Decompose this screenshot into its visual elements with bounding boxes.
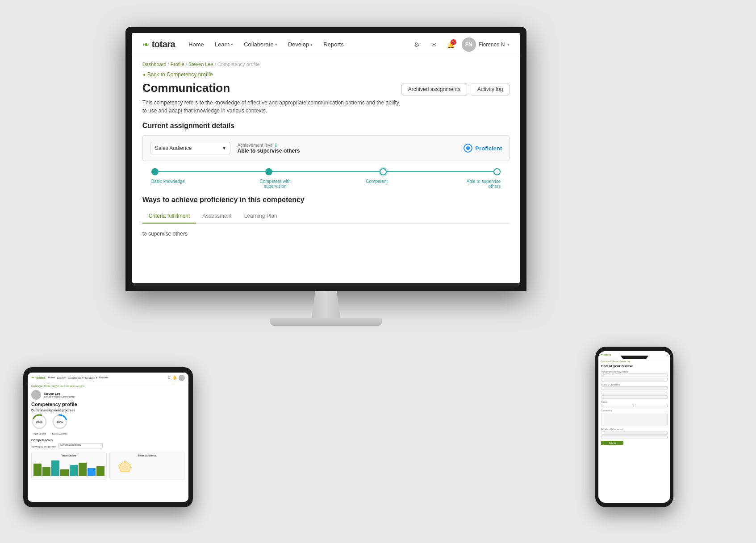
phone-page-title: End of year review bbox=[601, 364, 668, 368]
phone-input-2[interactable] bbox=[601, 378, 668, 381]
user-menu[interactable]: FN Florence N ▾ bbox=[462, 37, 510, 52]
bar-8 bbox=[96, 466, 104, 476]
tablet-content: Steven Lee Senior Project Coordinator Co… bbox=[28, 389, 188, 484]
tablet-viewing-select[interactable]: Current assignments bbox=[58, 443, 103, 448]
phone-input-rating-2[interactable] bbox=[635, 404, 668, 407]
tablet-nav-home[interactable]: Home bbox=[48, 376, 55, 379]
tablet-nav-collaborate[interactable]: Collaborate ▾ bbox=[67, 376, 83, 379]
phone-input-3[interactable] bbox=[601, 386, 668, 390]
svg-text:40%: 40% bbox=[57, 420, 63, 423]
tablet-settings-icon[interactable]: ⚙ bbox=[167, 376, 171, 380]
tablet-bezel: ❧ totara Home Learn ▾ Collaborate ▾ Deve… bbox=[23, 367, 193, 507]
tab-criteria[interactable]: Criteria fulfillment bbox=[142, 209, 196, 224]
bar-4 bbox=[60, 469, 68, 476]
track-labels: Basic knowledge Competent with supervisi… bbox=[151, 179, 501, 189]
tablet-nav-items: Home Learn ▾ Collaborate ▾ Develop ▾ Rep… bbox=[48, 376, 108, 379]
bar-7 bbox=[88, 468, 96, 476]
avatar: FN bbox=[462, 37, 476, 52]
activity-log-button[interactable]: Activity log bbox=[471, 83, 510, 95]
bar-2 bbox=[42, 467, 50, 476]
tablet: ❧ totara Home Learn ▾ Collaborate ▾ Deve… bbox=[23, 367, 193, 507]
phone-submit-label: Submit bbox=[609, 442, 616, 444]
tablet-nav-develop[interactable]: Develop ▾ bbox=[85, 376, 97, 379]
tab-assessment[interactable]: Assessment bbox=[196, 209, 238, 224]
tablet-user-avatar bbox=[31, 390, 41, 400]
tablet-chart-team-leader: Team Leader bbox=[31, 452, 107, 480]
settings-button[interactable]: ⚙ bbox=[411, 38, 423, 51]
user-chevron-icon: ▾ bbox=[507, 42, 510, 47]
nav-home[interactable]: Home bbox=[184, 38, 209, 50]
collaborate-chevron-icon: ▾ bbox=[275, 42, 277, 47]
phone-form-section-4: Comments bbox=[601, 409, 668, 426]
tablet-nav-learn[interactable]: Learn ▾ bbox=[57, 376, 66, 379]
breadcrumb-dashboard[interactable]: Dashboard bbox=[142, 62, 167, 67]
tablet-nav-reports[interactable]: Reports bbox=[99, 376, 109, 379]
archived-assignments-button[interactable]: Archived assignments bbox=[401, 83, 467, 95]
achievement-block: Achievement level ℹ Able to supervise ot… bbox=[238, 143, 300, 154]
back-arrow-icon: ◂ bbox=[142, 71, 145, 78]
tablet-user-header: Steven Lee Senior Project Coordinator bbox=[31, 390, 185, 400]
nav-collaborate[interactable]: Collaborate ▾ bbox=[239, 38, 282, 50]
phone-input-rating-1[interactable] bbox=[601, 404, 634, 407]
phone-submit-button[interactable]: Submit bbox=[601, 441, 623, 445]
tablet-avatar[interactable] bbox=[179, 375, 185, 381]
learn-chevron-icon: ▾ bbox=[231, 42, 233, 47]
page-title: Communication bbox=[142, 81, 401, 95]
mail-button[interactable]: ✉ bbox=[428, 38, 440, 51]
navbar: ❧ totara Home Learn ▾ bbox=[132, 33, 521, 56]
back-link[interactable]: ◂ Back to Competency profile bbox=[142, 71, 510, 78]
tablet-section-assignment: Current assignment progress bbox=[31, 409, 185, 412]
bar-1 bbox=[33, 464, 42, 476]
monitor-neck bbox=[308, 291, 344, 318]
app-content: Dashboard / Profile / Steven Lee / Compe… bbox=[132, 56, 521, 283]
phone-input-1[interactable] bbox=[601, 373, 668, 377]
achieve-subtitle: to supervise others bbox=[142, 229, 510, 239]
tablet-screen: ❧ totara Home Learn ▾ Collaborate ▾ Deve… bbox=[28, 373, 188, 502]
phone-form-label-5: Additional information bbox=[601, 428, 668, 431]
phone-input-6[interactable] bbox=[601, 431, 668, 435]
track-node-3 bbox=[380, 168, 387, 175]
breadcrumb-steven-lee[interactable]: Steven Lee bbox=[188, 62, 213, 67]
svg-text:25%: 25% bbox=[36, 420, 43, 423]
monitor-bezel: ❧ totara Home Learn ▾ bbox=[125, 27, 527, 291]
tab-learning-plan[interactable]: Learning Plan bbox=[238, 209, 284, 224]
ways-title: Ways to achieve proficiency in this comp… bbox=[142, 196, 510, 204]
header-buttons: Archived assignments Activity log bbox=[401, 83, 510, 95]
monitor-base bbox=[270, 318, 382, 326]
tablet-nav-actions: ⚙ 🔔 bbox=[167, 375, 185, 381]
track-label-1: Basic knowledge bbox=[151, 179, 196, 189]
tablet-progress-row: 25% Team Leader 40% Sales Audience bbox=[31, 414, 185, 435]
track-node-2 bbox=[265, 168, 272, 175]
tablet-viewing-row: Viewing by assignment Current assignment… bbox=[31, 443, 185, 450]
scene: ❧ totara Home Learn ▾ bbox=[0, 0, 756, 543]
assignment-select[interactable]: Sales Audience ▾ bbox=[150, 142, 230, 154]
bell-badge: 2 bbox=[451, 39, 456, 45]
track-label-4: Able to supervise others bbox=[456, 179, 501, 189]
phone-textarea[interactable] bbox=[601, 413, 668, 426]
nav-reports[interactable]: Reports bbox=[319, 38, 348, 50]
phone-input-4[interactable] bbox=[601, 391, 668, 394]
tablet-viewing-label: Viewing by assignment bbox=[31, 445, 56, 448]
phone-form-section-3: Rating bbox=[601, 401, 668, 407]
section-title-assignment: Current assignment details bbox=[142, 122, 510, 130]
breadcrumb: Dashboard / Profile / Steven Lee / Compe… bbox=[142, 62, 510, 67]
phone-input-5[interactable] bbox=[601, 395, 668, 399]
monitor-screen: ❧ totara Home Learn ▾ bbox=[132, 33, 521, 283]
username-label: Florence N bbox=[479, 41, 505, 48]
breadcrumb-profile[interactable]: Profile bbox=[171, 62, 184, 67]
proficient-badge: Proficient bbox=[464, 144, 502, 153]
nav-learn[interactable]: Learn ▾ bbox=[210, 38, 238, 50]
select-chevron-icon: ▾ bbox=[223, 145, 226, 151]
tablet-progress-team-leader: 25% Team Leader bbox=[31, 414, 47, 435]
track-node-1 bbox=[151, 168, 159, 175]
proficient-dot bbox=[466, 146, 470, 150]
achievement-label: Achievement level ℹ bbox=[238, 143, 300, 148]
develop-chevron-icon: ▾ bbox=[310, 42, 313, 47]
logo-text: totara bbox=[152, 39, 175, 50]
phone-menu-icon[interactable]: ≡ bbox=[666, 353, 668, 356]
tablet-bell-icon[interactable]: 🔔 bbox=[172, 376, 177, 380]
nav-develop[interactable]: Develop ▾ bbox=[284, 38, 317, 50]
phone-input-7[interactable] bbox=[601, 435, 668, 439]
tablet-user-info-block: Steven Lee Senior Project Coordinator bbox=[44, 392, 75, 398]
bell-button[interactable]: 🔔 2 bbox=[445, 38, 457, 51]
